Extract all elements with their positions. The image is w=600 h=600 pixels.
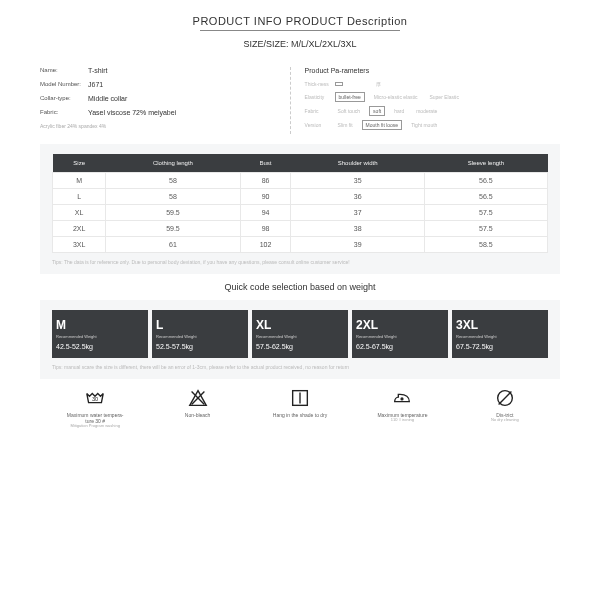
product-parameters: Product Pa-rameters Thick-ness厚Elasticit…: [290, 67, 560, 134]
param-option: Tight mouth: [408, 121, 440, 129]
care-sublabel: Mitigation Program washing: [71, 424, 120, 429]
table-row: M58863556.5: [53, 173, 548, 189]
size-cell: 90: [240, 189, 291, 205]
weight-card: 3XLRecommended Weight67.5-72.5kg: [452, 310, 548, 358]
care-item: Hang in the shade to dry: [249, 387, 351, 429]
param-row: FabricSoft touchsofthardmoderate: [305, 106, 560, 116]
care-item: Non-bleach: [146, 387, 248, 429]
weight-size: XL: [256, 318, 344, 332]
svg-line-7: [498, 391, 511, 404]
param-option: [361, 83, 367, 85]
params-title: Product Pa-rameters: [305, 67, 560, 74]
care-label: Hang in the shade to dry: [273, 412, 327, 418]
param-label: Version: [305, 122, 335, 128]
size-cell: L: [53, 189, 106, 205]
param-option: hard: [391, 107, 407, 115]
info-section: Name:T-shirt Model Number:J671 Collar-ty…: [40, 67, 560, 134]
collar-label: Collar-type:: [40, 95, 88, 102]
size-cell: 102: [240, 237, 291, 253]
care-label: Maximum water tempera-ture 30 #: [65, 412, 125, 424]
table-row: 3XL611023958.5: [53, 237, 548, 253]
size-cell: XL: [53, 205, 106, 221]
dryclean-icon: [494, 387, 516, 409]
fabric-label: Fabric:: [40, 109, 88, 116]
iron-icon: [391, 387, 413, 409]
name-value: T-shirt: [88, 67, 107, 74]
param-option: Micro-elastic elastic: [371, 93, 421, 101]
care-item: Maximum temperature110 # ironing: [351, 387, 453, 429]
care-sublabel: No dry cleaning: [491, 418, 519, 423]
table-row: L58903656.5: [53, 189, 548, 205]
size-cell: M: [53, 173, 106, 189]
param-row: VersionSlim fitMouth fit looseTight mout…: [305, 120, 560, 130]
param-option: 厚: [373, 80, 384, 88]
page-title: PRODUCT INFO PRODUCT Description: [40, 15, 560, 27]
size-cell: 59.5: [106, 205, 240, 221]
param-option: [349, 83, 355, 85]
weight-cards: MRecommended Weight42.5-52.5kgLRecommend…: [52, 310, 548, 358]
size-cell: 58: [106, 189, 240, 205]
size-header: Shoulder width: [291, 154, 424, 173]
weight-size: M: [56, 318, 144, 332]
fabric-note: Acrylic fiber 24% spandex 4%: [40, 123, 280, 129]
weight-block: MRecommended Weight42.5-52.5kgLRecommend…: [40, 300, 560, 379]
weight-size: 3XL: [456, 318, 544, 332]
param-option: bullet-free: [335, 92, 365, 102]
table-row: 2XL59.5983857.5: [53, 221, 548, 237]
param-option: Mouth fit loose: [362, 120, 403, 130]
param-label: Thick-ness: [305, 81, 335, 87]
weight-size: L: [156, 318, 244, 332]
param-option: Slim fit: [335, 121, 356, 129]
param-label: Elasticity: [305, 94, 335, 100]
size-line: SIZE/SIZE: M/L/XL/2XL/3XL: [40, 39, 560, 49]
param-option: moderate: [413, 107, 440, 115]
size-tips: Tips: The data is for reference only. Du…: [52, 259, 548, 266]
size-table: SizeClothing lengthBustShoulder widthSle…: [52, 154, 548, 253]
size-table-block: SizeClothing lengthBustShoulder widthSle…: [40, 144, 560, 274]
care-label: Non-bleach: [185, 412, 211, 418]
size-cell: 59.5: [106, 221, 240, 237]
param-option: Soft touch: [335, 107, 364, 115]
svg-point-5: [402, 398, 404, 400]
size-cell: 56.5: [424, 189, 547, 205]
weight-size: 2XL: [356, 318, 444, 332]
size-header: Sleeve length: [424, 154, 547, 173]
size-cell: 57.5: [424, 205, 547, 221]
weight-label: Recommended Weight: [456, 335, 544, 340]
weight-label: Recommended Weight: [156, 335, 244, 340]
size-header: Bust: [240, 154, 291, 173]
param-row: Elasticitybullet-freeMicro-elastic elast…: [305, 92, 560, 102]
size-cell: 38: [291, 221, 424, 237]
size-cell: 58.5: [424, 237, 547, 253]
size-cell: 57.5: [424, 221, 547, 237]
size-cell: 36: [291, 189, 424, 205]
size-cell: 35: [291, 173, 424, 189]
size-cell: 58: [106, 173, 240, 189]
weight-range: 67.5-72.5kg: [456, 343, 544, 350]
size-cell: 3XL: [53, 237, 106, 253]
param-row: Thick-ness厚: [305, 80, 560, 88]
param-option: Super Elastic: [426, 93, 461, 101]
weight-range: 57.5-62.5kg: [256, 343, 344, 350]
care-sublabel: 110 # ironing: [391, 418, 414, 423]
model-label: Model Number:: [40, 81, 88, 88]
model-value: J671: [88, 81, 103, 88]
size-header: Size: [53, 154, 106, 173]
size-cell: 61: [106, 237, 240, 253]
basic-info: Name:T-shirt Model Number:J671 Collar-ty…: [40, 67, 290, 134]
size-cell: 56.5: [424, 173, 547, 189]
title-underline: [200, 30, 400, 31]
dry-icon: [289, 387, 311, 409]
weight-label: Recommended Weight: [356, 335, 444, 340]
weight-card: 2XLRecommended Weight62.5-67.5kg: [352, 310, 448, 358]
weight-range: 42.5-52.5kg: [56, 343, 144, 350]
weight-label: Recommended Weight: [56, 335, 144, 340]
bleach-icon: [187, 387, 209, 409]
size-cell: 98: [240, 221, 291, 237]
size-cell: 94: [240, 205, 291, 221]
size-cell: 37: [291, 205, 424, 221]
name-label: Name:: [40, 67, 88, 74]
care-instructions: 30Maximum water tempera-ture 30 #Mitigat…: [40, 387, 560, 429]
weight-card: MRecommended Weight42.5-52.5kg: [52, 310, 148, 358]
size-cell: 86: [240, 173, 291, 189]
